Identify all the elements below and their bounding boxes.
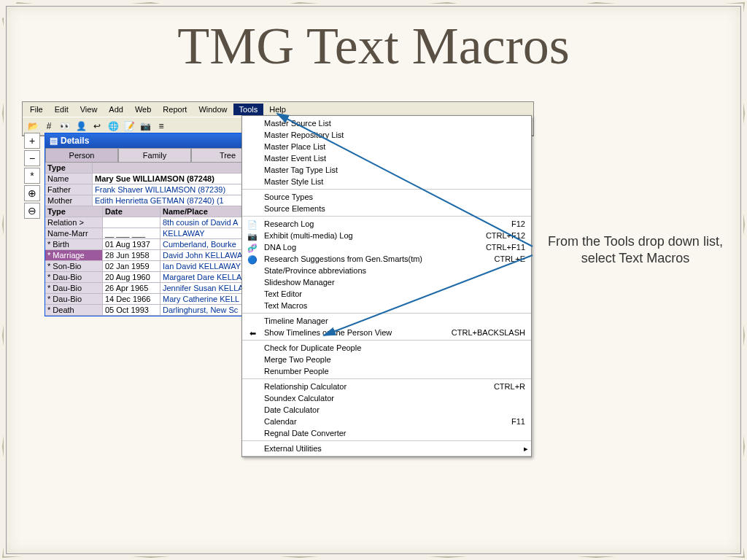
menu-item-label: Master Repository List (264, 131, 525, 139)
globe-icon[interactable]: 🌐 (106, 119, 120, 133)
menu-tools[interactable]: Tools (233, 104, 264, 115)
tag-date-header: Date (103, 206, 160, 217)
table-row[interactable]: * Son-Bio02 Jan 1959Ian David KELLAWAY (45, 261, 264, 272)
tag-type: * Dau-Bio (45, 283, 103, 293)
menu-item-label: Source Types (264, 192, 525, 201)
father-label: Father (45, 184, 93, 195)
menu-item-source-types[interactable]: Source Types (242, 191, 531, 203)
table-row[interactable]: * Dau-Bio14 Dec 1966Mary Catherine KELL (45, 294, 264, 305)
person-icon[interactable]: 👤 (74, 119, 88, 133)
menu-item-renumber-people[interactable]: Renumber People (242, 365, 531, 377)
menu-item-master-style-list[interactable]: Master Style List (242, 176, 531, 187)
menu-edit[interactable]: Edit (49, 104, 74, 115)
menu-item-label: Calendar (264, 417, 511, 426)
menu-item-icon: 🔵 (247, 254, 258, 265)
tag-type: Name-Marr (45, 228, 103, 238)
menu-item-master-repository-list[interactable]: Master Repository List (242, 129, 531, 141)
menu-item-soundex-calculator[interactable]: Soundex Calculator (242, 392, 531, 404)
menu-web[interactable]: Web (129, 104, 157, 115)
binoculars-icon[interactable]: 👀 (58, 119, 72, 133)
slide-title: TMG Text Macros (0, 16, 747, 77)
camera-icon[interactable]: 📷 (138, 119, 152, 133)
table-row[interactable]: * Dau-Bio20 Aug 1960Margaret Dare KELLA (45, 272, 264, 283)
menu-item-research-suggestions-from-gen-smarts-tm-[interactable]: 🔵Research Suggestions from Gen.Smarts(tm… (242, 253, 531, 265)
menu-item-show-timelines-on-the-person-view[interactable]: ⬅Show Timelines on the Person ViewCTRL+B… (242, 327, 531, 338)
menu-file[interactable]: File (24, 104, 49, 115)
menu-item-label: Research Log (264, 219, 511, 228)
table-row[interactable]: * Dau-Bio26 Apr 1965Jennifer Susan KELLA (45, 283, 264, 294)
tab-family[interactable]: Family (118, 148, 191, 163)
tag-type-header: Type (45, 206, 103, 217)
menu-item-relationship-calculator[interactable]: Relationship CalculatorCTRL+R (242, 381, 531, 392)
menu-item-calendar[interactable]: CalendarF11 (242, 416, 531, 427)
menu-item-dna-log[interactable]: 🧬DNA LogCTRL+F11 (242, 241, 531, 253)
menu-item-label: Slideshow Manager (264, 278, 525, 287)
menu-item-master-tag-type-list[interactable]: Master Tag Type List (242, 164, 531, 176)
menu-item-check-for-duplicate-people[interactable]: Check for Duplicate People (242, 342, 531, 354)
menu-item-date-calculator[interactable]: Date Calculator (242, 404, 531, 416)
menu-item-label: Timeline Manager (264, 316, 525, 325)
menu-item-source-elements[interactable]: Source Elements (242, 203, 531, 214)
menu-item-label: Text Editor (264, 289, 525, 298)
menu-item-shortcut: F11 (511, 417, 525, 426)
menu-item-merge-two-people[interactable]: Merge Two People (242, 354, 531, 365)
table-row[interactable]: * Birth01 Aug 1937Cumberland, Bourke (45, 239, 264, 250)
sidebar-icon-0[interactable]: + (24, 133, 40, 149)
menu-item-timeline-manager[interactable]: Timeline Manager (242, 315, 531, 327)
menu-item-master-place-list[interactable]: Master Place List (242, 141, 531, 152)
dna-icon[interactable]: ≡ (154, 119, 169, 133)
menu-item-external-utilities[interactable]: External Utilities▸ (242, 443, 531, 454)
tag-type: * Death (45, 305, 103, 315)
menu-item-shortcut: CTRL+R (494, 382, 525, 391)
table-row[interactable]: * Marriage28 Jun 1958David John KELLAWA (45, 250, 264, 261)
details-tabs: PersonFamilyTree (45, 148, 264, 163)
details-title-icon: ▤ (50, 136, 58, 146)
tag-type: * Son-Bio (45, 261, 103, 271)
doc-icon[interactable]: 📝 (122, 119, 136, 133)
table-row[interactable]: Name-Marr__ ___ ___KELLAWAY (45, 228, 264, 239)
menu-item-label: Show Timelines on the Person View (264, 328, 452, 337)
table-row[interactable]: * Death05 Oct 1993Darlinghurst, New Sc (45, 305, 264, 316)
mother-name[interactable]: Edith Henrietta GETMAN (87240) (1 (93, 195, 264, 206)
menu-item-regnal-date-converter[interactable]: Regnal Date Converter (242, 427, 531, 439)
menu-item-label: Master Source List (264, 119, 525, 128)
menu-help[interactable]: Help (263, 104, 292, 115)
menu-item-exhibit-multi-media-log[interactable]: 📷Exhibit (multi-media) LogCTRL+F12 (242, 230, 531, 241)
menu-item-text-editor[interactable]: Text Editor (242, 288, 531, 300)
back-icon[interactable]: ↩ (90, 119, 104, 133)
menu-item-label: State/Province abbreviations (264, 266, 525, 275)
sidebar-icon-3[interactable]: ⊕ (24, 185, 40, 201)
menu-item-text-macros[interactable]: Text Macros (242, 300, 531, 311)
sidebar-icon-2[interactable]: * (24, 168, 40, 184)
tag-date: 01 Aug 1937 (103, 239, 160, 249)
menu-item-research-log[interactable]: 📄Research LogF12 (242, 218, 531, 230)
menu-item-icon: 🧬 (247, 242, 258, 254)
sidebar-icon-4[interactable]: ⊖ (24, 203, 40, 219)
person-grid: Type NameMary Sue WILLIAMSON (87248) Fat… (45, 163, 264, 206)
sidebar-icon-1[interactable]: − (24, 150, 40, 166)
menu-item-label: Soundex Calculator (264, 394, 525, 402)
menu-add[interactable]: Add (103, 104, 129, 115)
menu-item-label: Master Style List (264, 177, 525, 186)
table-row[interactable]: Relation >8th cousin of David A (45, 217, 264, 228)
menu-view[interactable]: View (74, 104, 104, 115)
menu-report[interactable]: Report (157, 104, 193, 115)
menu-item-shortcut: CTRL+E (495, 254, 526, 263)
tag-type: * Birth (45, 239, 103, 249)
tab-person[interactable]: Person (45, 148, 118, 163)
menu-item-master-event-list[interactable]: Master Event List (242, 152, 531, 164)
menu-item-label: Master Tag Type List (264, 166, 525, 174)
menu-item-state-province-abbreviations[interactable]: State/Province abbreviations (242, 265, 531, 276)
menu-item-label: DNA Log (264, 243, 486, 252)
father-name[interactable]: Frank Shaver WILLIAMSON (87239) (93, 184, 264, 195)
menu-window[interactable]: Window (193, 104, 233, 115)
tag-type: * Marriage (45, 250, 103, 260)
person-name[interactable]: Mary Sue WILLIAMSON (87248) (93, 174, 264, 184)
menu-item-shortcut: CTRL+F12 (486, 231, 525, 240)
menu-item-shortcut: CTRL+F11 (486, 243, 525, 252)
menu-item-slideshow-manager[interactable]: Slideshow Manager (242, 276, 531, 288)
menu-item-label: Master Place List (264, 142, 525, 151)
menu-item-master-source-list[interactable]: Master Source List (242, 117, 531, 129)
tag-date: 02 Jan 1959 (103, 261, 160, 271)
menu-item-icon: 📷 (247, 230, 258, 242)
